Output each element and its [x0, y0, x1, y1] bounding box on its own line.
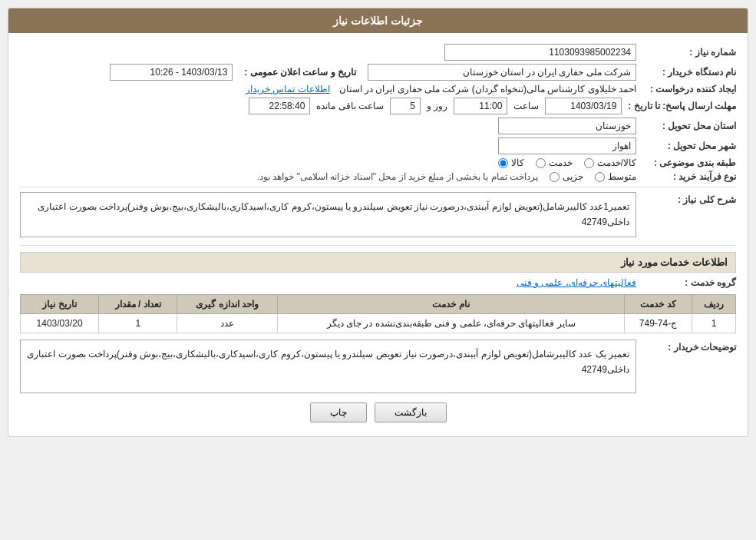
services-table: ردیف کد خدمت نام خدمت واحد اندازه گیری ت…: [20, 294, 736, 333]
category-radio-group: کالا/خدمت خدمت کالا: [498, 157, 636, 168]
service-group-value[interactable]: فعالیتهای حرفه‌ای، علمی و فنی: [517, 277, 636, 288]
deadline-remaining-label: ساعت باقی مانده: [310, 101, 390, 111]
table-row: 1ج-74-749سایر فعالیتهای حرفه‌ای، علمی و …: [21, 313, 736, 333]
announcement-label: تاریخ و ساعت اعلان عمومی :: [233, 67, 368, 78]
buyer-desc-text: تعمیر یک عدد کالیبرشامل(تعویض لوازم آببن…: [20, 340, 636, 393]
creator-label: ایجاد کننده درخواست :: [636, 84, 736, 94]
need-description-text: تعمیر1عدد کالیبرشامل(تعویض لوازم آببندی،…: [20, 192, 636, 237]
need-description-label: شرح کلی نیاز :: [636, 192, 736, 205]
page-title: جزئیات اطلاعات نیاز: [8, 8, 748, 33]
deadline-time-label: ساعت: [507, 101, 545, 111]
creator-link[interactable]: اطلاعات تماس خریدار: [246, 84, 330, 94]
buyer-desc-label: توضیحات خریدار :: [636, 340, 736, 353]
col-header-unit: واحد اندازه گیری: [177, 294, 278, 313]
purchase-type-label: نوع فرآیند خرید :: [636, 171, 736, 182]
need-number-label: شماره نیاز :: [636, 47, 736, 58]
deadline-label: مهلت ارسال پاسخ: تا تاریخ :: [622, 101, 736, 111]
province-label: استان محل تحویل :: [636, 121, 736, 131]
purchase-option-jozi-label: جزیی: [563, 171, 583, 182]
cell-quantity: 1: [99, 313, 177, 333]
requester-label: نام دستگاه خریدار :: [636, 67, 736, 78]
requester-value: شرکت ملی حفاری ایران در استان خوزستان: [368, 64, 636, 81]
service-group-label: گروه خدمت :: [636, 277, 736, 288]
province-value: خوزستان: [498, 118, 636, 134]
col-header-service-name: نام خدمت: [278, 294, 625, 313]
category-option-khadamat[interactable]: خدمت: [536, 157, 573, 168]
cell-unit: عدد: [177, 313, 278, 333]
cell-service-name: سایر فعالیتهای حرفه‌ای، علمی و فنی طبقه‌…: [278, 313, 625, 333]
deadline-date: 1403/03/19: [545, 98, 622, 114]
purchase-type-radio-group: متوسط جزیی: [550, 171, 636, 182]
category-option-kala-khadamat[interactable]: کالا/خدمت: [584, 157, 636, 168]
purchase-option-jozi[interactable]: جزیی: [550, 171, 583, 182]
creator-value: احمد خلیلاوی کارشناس مالی(تنخواه گردان) …: [339, 84, 636, 94]
category-option-kala-label: کالا: [511, 157, 524, 168]
category-option-kala[interactable]: کالا: [498, 157, 524, 168]
purchase-option-motavasset[interactable]: متوسط: [595, 171, 636, 182]
col-header-date: تاریخ نیاز: [21, 294, 99, 313]
action-buttons: بازگشت چاپ: [20, 403, 736, 422]
cell-service-code: ج-74-749: [625, 313, 692, 333]
city-label: شهر محل تحویل :: [636, 141, 736, 151]
back-button[interactable]: بازگشت: [375, 403, 447, 422]
category-option-khadamat-label: خدمت: [549, 157, 573, 168]
cell-row-num: 1: [692, 313, 736, 333]
need-number-value: 1103093985002234: [444, 44, 636, 61]
deadline-remaining: 22:58:40: [249, 98, 310, 114]
print-button[interactable]: چاپ: [310, 403, 367, 422]
city-value: اهواز: [498, 137, 636, 154]
col-header-quantity: تعداد / مقدار: [99, 294, 177, 313]
announcement-value: 1403/03/13 - 10:26: [110, 64, 233, 81]
purchase-note: پرداخت تمام یا بخشی از مبلغ خرید از محل …: [257, 171, 550, 182]
category-option-kala-khadamat-label: کالا/خدمت: [597, 157, 636, 168]
deadline-day-label: روز و: [421, 101, 454, 111]
deadline-days: 5: [390, 98, 421, 114]
col-header-row-num: ردیف: [692, 294, 736, 313]
cell-date: 1403/03/20: [21, 313, 99, 333]
category-label: طبقه بندی موضوعی :: [636, 157, 736, 168]
purchase-option-motavasset-label: متوسط: [608, 171, 636, 182]
deadline-time: 11:00: [454, 98, 507, 114]
col-header-service-code: کد خدمت: [625, 294, 692, 313]
services-section-header: اطلاعات خدمات مورد نیاز: [20, 252, 736, 273]
